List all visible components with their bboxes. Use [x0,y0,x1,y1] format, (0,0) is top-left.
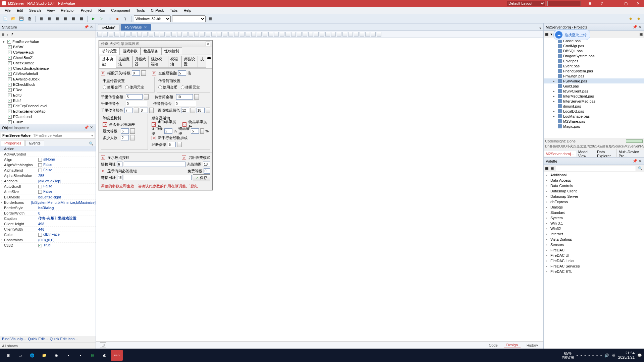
structure-tb-icon[interactable]: ⊞ [1,32,4,37]
edit-field[interactable] [164,128,172,134]
property-grid[interactable]: ActionActiveControlAlignalNoneAlignWithM… [0,146,96,336]
run-no-debug-icon[interactable]: ▷ [98,15,105,22]
projects-tb-icon[interactable]: ▦ [545,32,548,37]
align-tool-icon[interactable] [377,32,381,37]
spinner[interactable] [130,128,135,134]
align-tool-icon[interactable] [257,32,262,37]
palette-category[interactable]: ▸FireDAC Links [544,258,644,263]
tray-icon[interactable]: ▪ [596,353,598,357]
spinner[interactable] [144,94,149,100]
project-file[interactable]: ▸LogManage.pas [544,114,644,119]
edit-field[interactable] [197,108,205,113]
tab-code[interactable]: Code [486,343,500,348]
tree-node[interactable]: Edit3 [1,93,95,98]
palette-category[interactable]: ▸FireDAC UI [544,253,644,258]
close-icon[interactable]: ✕ [89,25,94,29]
edit-field[interactable] [140,108,148,113]
nav-fwd-icon[interactable]: ◆ [635,15,642,22]
tray-icon[interactable]: ▪ [592,353,594,357]
property-row[interactable]: BiDiModebdLeftToRight [0,194,96,200]
tab-properties[interactable]: Properties [1,140,25,146]
tree-root[interactable]: ▾ FrmServerValue [1,39,95,44]
tabs-dropdown-icon[interactable]: ▾ [539,26,541,31]
task-view-icon[interactable]: ▭ [14,350,26,361]
align-tool-icon[interactable] [189,32,193,37]
search-icon[interactable]: 🔍 [638,166,643,171]
project-file[interactable]: ▸FSrvValue.pas [544,78,644,83]
close-button[interactable]: ✕ [634,1,642,6]
tree-node[interactable]: EGateLoad [1,114,95,119]
project-file[interactable]: Magic.pas [544,124,644,129]
edit-field[interactable] [126,94,143,100]
save-button[interactable]: ✓保存 [193,174,210,181]
tray-icon[interactable]: ▪ [581,353,582,357]
nav-back-icon[interactable]: ◆ [627,15,634,22]
tree-node[interactable]: BitBtn1 [1,44,95,50]
property-row[interactable]: BorderIcons[biSystemMenu,biMinimize,biMa… [0,200,96,205]
project-file[interactable]: ▸LocalDB.pas [544,109,644,114]
spinner[interactable] [149,108,154,113]
start-button[interactable]: ⊞ [2,350,14,361]
palette-category[interactable]: ▸Data Access [544,178,644,183]
form-tab[interactable]: 功能设置 [99,47,120,55]
property-row[interactable]: BorderStylebsDialog [0,205,96,210]
form-subtab[interactable]: 强效祝福油 [149,56,168,68]
structure-tb-icon[interactable]: ↺ [10,32,13,37]
edit-field[interactable] [176,94,193,100]
quick-edit-icon-link[interactable]: Quick Edit Icon... [50,337,77,342]
align-tool-icon[interactable] [194,32,199,37]
property-row[interactable]: Caption传奇-火炬引擎游戏设置 [0,216,96,221]
project-file[interactable]: DBSQL.pas [544,48,644,53]
tree-node[interactable]: EditExpErienceMap [1,109,95,114]
align-tool-icon[interactable] [285,32,290,37]
align-tool-icon[interactable] [308,32,313,37]
menu-run[interactable]: Run [96,8,108,13]
align-tool-icon[interactable] [240,32,245,37]
project-file[interactable]: CmdMgr.pas [544,43,644,48]
layout-selector[interactable]: Default Layout [507,1,545,6]
object-selector[interactable]: FrmServerValue TFrmServerValue ▾ [1,132,95,139]
tree-node[interactable]: CkViewAdmfail [1,71,95,76]
align-tool-icon[interactable] [297,32,302,37]
maximize-button[interactable]: ▢ [622,1,630,6]
align-tool-icon[interactable] [120,32,125,37]
edit-field[interactable] [181,108,189,113]
new-icon[interactable]: 📄 [2,15,9,22]
spinner[interactable] [134,108,138,113]
palette-tb-icon[interactable]: ▦ [550,166,554,171]
palette-category[interactable]: ▸Win32 [544,226,644,231]
align-tool-icon[interactable] [337,32,341,37]
editor-tab[interactable]: FSrvValue✕ [120,24,151,31]
property-row[interactable]: ClientHeight498 [0,221,96,227]
menu-tabs[interactable]: Tabs [167,8,180,13]
align-tool-icon[interactable] [314,32,319,37]
toolbar-icon[interactable]: ▦ [62,15,69,22]
form-subtab[interactable]: 技 [198,56,206,68]
palette-category[interactable]: ▸Internet [544,231,644,237]
menu-edit[interactable]: Edit [14,8,26,13]
toolbar-icon[interactable]: ▦ [38,15,45,22]
edit-field[interactable] [121,128,129,134]
align-tool-icon[interactable] [206,32,210,37]
toolbar-icon[interactable]: ▦ [54,15,61,22]
edit-field[interactable] [124,108,132,113]
close-icon[interactable]: ✕ [89,125,94,130]
project-file[interactable]: FriendSystem.pas [544,68,644,73]
palette-category[interactable]: ▸System [544,215,644,221]
toolbar-icon[interactable]: ▦ [70,15,77,22]
form-subtab[interactable]: 基本功能 [100,56,116,68]
save-all-icon[interactable]: 🗄 [26,15,33,22]
align-tool-icon[interactable] [354,32,359,37]
menu-refactor[interactable]: Refactor [58,8,77,13]
property-row[interactable]: Constraints(0,0),(0,0) [0,237,96,243]
menu-cnpack[interactable]: CnPack [148,8,167,13]
toolbar-icon[interactable]: ▦ [78,15,85,22]
tree-node[interactable]: CbViewHack [1,50,95,55]
align-tool-icon[interactable] [246,32,250,37]
menu-component[interactable]: Component [108,8,133,13]
menu-file[interactable]: File [2,8,13,13]
tray-icon[interactable]: ▪ [577,353,578,357]
clock[interactable]: 21:54 2025/1/21 [618,351,635,360]
form-subtab[interactable]: 升级武器 [132,56,149,68]
palette-category[interactable]: ▸Additional [544,172,644,178]
